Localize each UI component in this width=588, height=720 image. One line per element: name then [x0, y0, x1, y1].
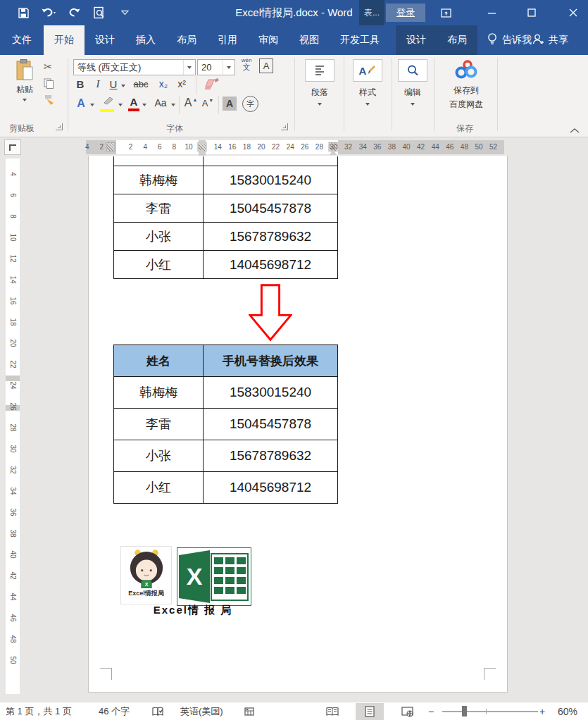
paste-dropdown-arrow[interactable] — [23, 99, 27, 101]
subscript-button[interactable]: x₂ — [156, 78, 170, 89]
text-effects-button[interactable]: A — [75, 97, 87, 110]
tab-references[interactable]: 引用 — [207, 25, 248, 55]
save-to-baidu-button[interactable]: 保存到 百度网盘 — [439, 59, 493, 111]
tab-table-design[interactable]: 设计 — [396, 25, 437, 55]
cut-icon[interactable]: ✂ — [44, 61, 53, 73]
underline-button[interactable]: U — [108, 78, 118, 90]
word-count-status[interactable]: 46 个字 — [99, 702, 130, 720]
tell-me-label: 告诉我 — [502, 34, 532, 46]
table-cell[interactable]: 15045457878 — [204, 194, 337, 222]
strikethrough-button[interactable]: abc — [131, 79, 151, 89]
header-cell-name[interactable]: 姓名 — [114, 345, 204, 376]
table-cell[interactable] — [114, 156, 204, 166]
tab-developer[interactable]: 开发工具 — [330, 25, 390, 55]
maximize-icon[interactable] — [520, 0, 544, 25]
table-cell[interactable]: 小红 — [114, 251, 204, 278]
font-color-dropdown-arrow[interactable] — [142, 104, 146, 106]
web-layout-button[interactable] — [393, 703, 421, 720]
table-cell[interactable]: 15678789632 — [204, 223, 337, 250]
highlight-color-button[interactable] — [100, 97, 115, 112]
tab-home[interactable]: 开始 — [44, 25, 85, 55]
tab-insert[interactable]: 插入 — [125, 25, 166, 55]
font-color-button[interactable]: A — [128, 96, 139, 111]
table-cell[interactable]: 15830015240 — [204, 166, 337, 194]
table-cell[interactable]: 小红 — [114, 472, 204, 503]
text-effects-dropdown-arrow[interactable] — [90, 104, 94, 106]
underline-dropdown-arrow[interactable] — [121, 85, 125, 87]
table-column-marker[interactable] — [106, 142, 115, 151]
ribbon-display-options-icon[interactable] — [434, 0, 458, 25]
page-number-status[interactable]: 第 1 页，共 1 页 — [6, 702, 72, 720]
styles-dropdown-arrow[interactable] — [365, 103, 370, 106]
table-cell[interactable]: 15678789632 — [204, 440, 337, 471]
font-name-combo[interactable]: 等线 (西文正文) — [73, 59, 196, 75]
font-name-dropdown-icon[interactable] — [183, 60, 195, 75]
zoom-slider-track[interactable] — [442, 711, 538, 712]
editing-dropdown-arrow[interactable] — [411, 103, 415, 106]
tab-review[interactable]: 审阅 — [248, 25, 289, 55]
tab-design[interactable]: 设计 — [85, 25, 125, 55]
enclose-characters-button[interactable]: 字 — [242, 96, 258, 112]
language-status[interactable]: 英语(美国) — [180, 702, 223, 720]
proofing-status-icon[interactable] — [152, 702, 165, 720]
table-cell[interactable]: 小张 — [114, 223, 204, 250]
shrink-font-button[interactable]: A▼ — [201, 98, 214, 108]
italic-button[interactable]: I — [93, 78, 103, 90]
zoom-in-button[interactable]: + — [539, 702, 545, 720]
tab-table-layout[interactable]: 布局 — [437, 25, 477, 55]
paste-button[interactable]: 粘贴 — [8, 59, 41, 101]
read-mode-button[interactable] — [318, 703, 346, 720]
document-page[interactable]: 韩梅梅15830015240李雷15045457878小张15678789632… — [88, 156, 508, 693]
tab-layout[interactable]: 布局 — [166, 25, 207, 55]
minimize-icon[interactable] — [480, 0, 503, 25]
styles-button[interactable]: A 样式 — [349, 59, 386, 106]
table-cell[interactable] — [204, 156, 337, 166]
change-case-button[interactable]: Aa — [152, 97, 169, 108]
grow-font-button[interactable]: A▲ — [184, 97, 197, 109]
ruler-number: 46 — [446, 140, 453, 154]
print-layout-button[interactable] — [356, 703, 384, 720]
editing-button[interactable]: 编辑 — [396, 59, 430, 106]
zoom-slider-thumb[interactable] — [462, 706, 467, 716]
horizontal-ruler[interactable]: 4224681014161820222426283032343638404244… — [86, 140, 504, 154]
table-cell[interactable]: 小张 — [114, 440, 204, 471]
bold-button[interactable]: B — [75, 78, 86, 90]
paragraph-button[interactable]: 段落 — [301, 59, 338, 106]
font-size-dropdown-icon[interactable] — [223, 60, 234, 75]
format-painter-icon[interactable] — [44, 94, 55, 108]
table-cell[interactable]: 14045698712 — [204, 472, 337, 503]
paragraph-dropdown-arrow[interactable] — [318, 103, 322, 106]
highlight-dropdown-arrow[interactable] — [118, 104, 123, 106]
superscript-button[interactable]: x² — [175, 78, 189, 89]
vertical-ruler[interactable]: 4681012141618202224262830323436384042444… — [6, 159, 20, 694]
font-size-combo[interactable]: 20 — [197, 59, 235, 75]
phonetic-guide-button[interactable]: wén 文 — [238, 58, 255, 71]
table-cell[interactable]: 韩梅梅 — [114, 166, 204, 194]
share-button[interactable]: 共享 — [532, 25, 568, 55]
change-case-dropdown-arrow[interactable] — [171, 104, 175, 106]
zoom-level[interactable]: 60% — [558, 702, 577, 720]
copy-icon[interactable] — [44, 78, 54, 92]
clear-formatting-icon[interactable] — [203, 77, 221, 94]
table-cell[interactable]: 15045457878 — [204, 409, 337, 440]
tab-selector-box[interactable] — [4, 139, 21, 155]
down-arrow-shape[interactable] — [249, 283, 292, 342]
table-cell[interactable]: 李雷 — [114, 409, 204, 440]
macro-record-icon[interactable] — [244, 702, 254, 720]
zoom-out-button[interactable]: − — [428, 702, 434, 720]
table-cell[interactable]: 李雷 — [114, 194, 204, 222]
character-border-button[interactable]: A — [259, 58, 273, 73]
character-shading-button[interactable]: A — [223, 97, 237, 111]
clipboard-dialog-launcher[interactable] — [56, 123, 63, 130]
login-button[interactable]: 登录 — [386, 4, 425, 22]
collapse-ribbon-icon[interactable] — [569, 124, 580, 137]
table-cell[interactable]: 韩梅梅 — [114, 377, 204, 408]
table-cell[interactable]: 15830015240 — [204, 377, 337, 408]
header-cell-phone[interactable]: 手机号替换后效果 — [204, 345, 337, 376]
font-dialog-launcher[interactable] — [281, 123, 288, 130]
tab-file[interactable]: 文件 — [0, 25, 44, 55]
table-cell[interactable]: 14045698712 — [204, 251, 337, 278]
close-icon[interactable] — [561, 0, 585, 25]
tell-me-box[interactable]: 告诉我 — [487, 25, 532, 55]
tab-view[interactable]: 视图 — [289, 25, 330, 55]
